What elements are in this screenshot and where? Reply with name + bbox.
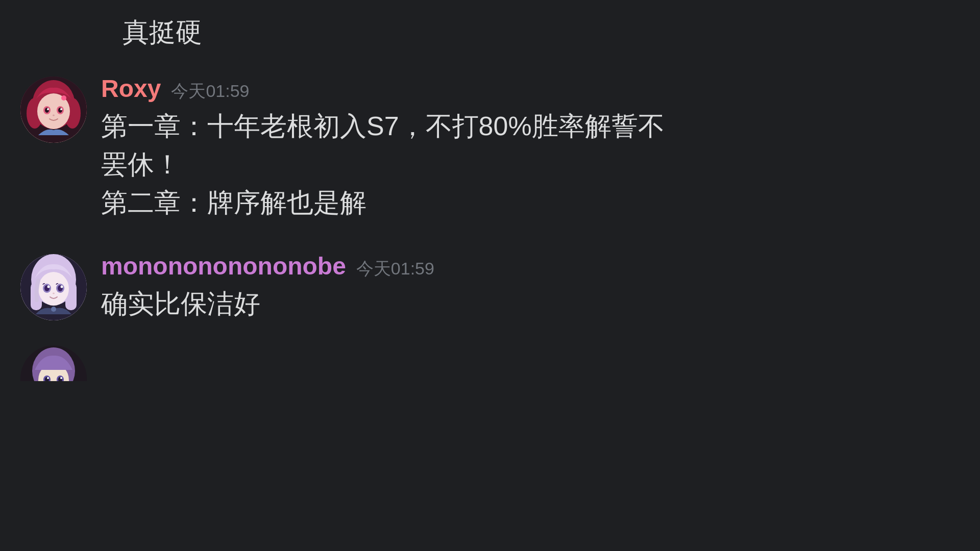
message-header-mono: mononononononobe 今天01:59 (101, 252, 960, 281)
timestamp-roxy: 今天01:59 (171, 80, 249, 103)
username-roxy: Roxy (101, 74, 161, 103)
message-content-roxy: Roxy 今天01:59 第一章：十年老根初入S7，不打80%胜率解誓不罢休！第… (101, 74, 960, 222)
timestamp-mono: 今天01:59 (356, 257, 434, 281)
avatar-roxy (20, 77, 87, 143)
svg-point-22 (47, 285, 50, 288)
message-group-mono: mononononononobe 今天01:59 确实比保洁好 (20, 243, 960, 343)
username-mono: mononononononobe (101, 252, 346, 280)
previous-message: 真挺硬 (20, 10, 960, 65)
svg-point-17 (38, 272, 69, 306)
svg-point-10 (60, 108, 62, 110)
avatar-mono (20, 254, 87, 320)
svg-point-24 (53, 292, 55, 294)
svg-point-23 (61, 285, 63, 288)
avatar-mono-image (20, 254, 87, 320)
svg-point-25 (51, 307, 56, 312)
message-content-mono: mononononononobe 今天01:59 确实比保洁好 (101, 252, 960, 323)
svg-point-33 (47, 377, 49, 379)
svg-point-11 (53, 114, 55, 116)
avatar-third (20, 345, 87, 381)
previous-message-text: 真挺硬 (20, 15, 960, 50)
message-text-mono: 确实比保洁好 (101, 285, 960, 323)
message-group-roxy: Roxy 今天01:59 第一章：十年老根初入S7，不打80%胜率解誓不罢休！第… (20, 65, 960, 243)
svg-point-12 (61, 95, 66, 101)
svg-point-9 (47, 108, 49, 110)
message-text-roxy: 第一章：十年老根初入S7，不打80%胜率解誓不罢休！第二章：牌序解也是解 (101, 107, 960, 222)
chat-container: 真挺硬 (0, 0, 980, 391)
message-header-roxy: Roxy 今天01:59 (101, 74, 960, 103)
svg-point-34 (60, 377, 62, 379)
avatar-roxy-image (20, 77, 87, 143)
message-group-third (20, 343, 960, 381)
